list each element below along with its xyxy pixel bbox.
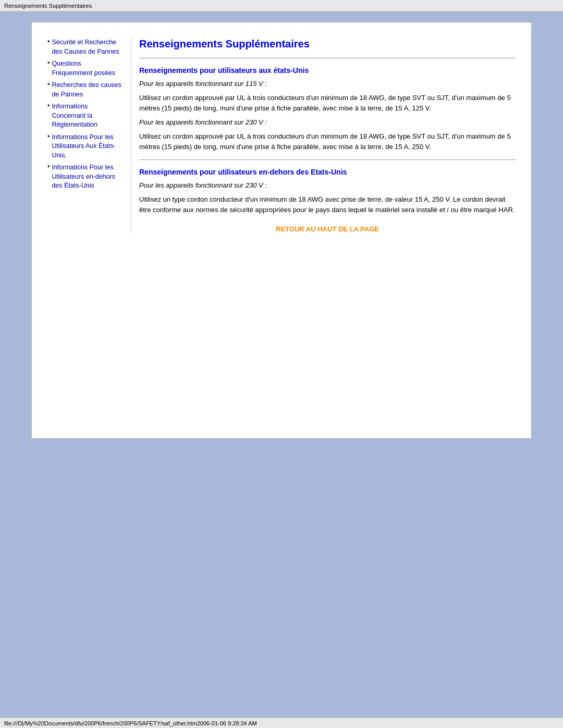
- status-bar-text: file:///D|/My%20Documents/dfu/200P6/fren…: [4, 720, 257, 726]
- section1-heading: Renseignements pour utilisateurs aux éta…: [139, 66, 516, 75]
- status-bar: file:///D|/My%20Documents/dfu/200P6/fren…: [0, 718, 563, 728]
- main-content: Renseignements Supplémentaires Renseigne…: [131, 38, 516, 233]
- sidebar-item-questions: • Questions Fréquemment posées: [47, 59, 123, 79]
- layout: • Sécurité et Recherche des Causes de Pa…: [47, 38, 516, 233]
- sidebar-link-reglementation[interactable]: Informations Concernant la Réglementatio…: [52, 102, 123, 130]
- section2-italic1: Pour les appareils fonctionnant sur 230 …: [139, 181, 516, 189]
- section1-para1: Utilisez un cordon approuvé par UL à tro…: [139, 93, 516, 113]
- sidebar-link-securite[interactable]: Sécurité et Recherche des Causes de Pann…: [52, 38, 123, 56]
- bullet-2: •: [47, 59, 50, 67]
- sidebar-link-recherches[interactable]: Recherches des causes de Pannes: [52, 81, 123, 99]
- page-container: • Sécurité et Recherche des Causes de Pa…: [31, 22, 532, 439]
- sidebar-item-informations-reglementation: • Informations Concernant la Réglementat…: [47, 102, 123, 131]
- section2-heading: Renseignements pour utilisateurs en-deho…: [139, 168, 516, 176]
- retour-link[interactable]: RETOUR AU HAUT DE LA PAGE: [139, 225, 516, 233]
- sidebar-item-informations-usa: • Informations Pour les Utilisateurs Aux…: [47, 133, 123, 162]
- title-bar: Renseignements Supplémentaires: [0, 0, 563, 11]
- sidebar-item-securite: • Sécurité et Recherche des Causes de Pa…: [47, 38, 123, 57]
- bullet-4: •: [47, 102, 50, 109]
- bullet-6: •: [47, 163, 50, 170]
- sidebar-link-questions[interactable]: Questions Fréquemment posées: [52, 59, 123, 78]
- page-title: Renseignements Supplémentaires: [139, 38, 516, 50]
- section1-para2: Utilisez un cordon approuvé par UL à tro…: [139, 131, 516, 152]
- sidebar-link-usa[interactable]: Informations Pour les Utilisateurs Aux É…: [52, 133, 123, 161]
- bullet-1: •: [47, 38, 50, 45]
- divider-2: [139, 159, 516, 160]
- title-bar-text: Renseignements Supplémentaires: [4, 3, 92, 9]
- bullet-5: •: [47, 133, 50, 140]
- divider-1: [139, 58, 516, 58]
- bullet-3: •: [47, 81, 50, 88]
- section1-italic2: Pour les appareils fonctionnant sur 230 …: [139, 118, 516, 126]
- section2-para1: Utilisez un type cordon conducteur d'un …: [139, 194, 516, 215]
- sidebar-link-hors-usa[interactable]: Informations Pour les Utilisateurs en-de…: [52, 163, 123, 191]
- sidebar-item-informations-hors-usa: • Informations Pour les Utilisateurs en-…: [47, 163, 123, 192]
- browser-content: • Sécurité et Recherche des Causes de Pa…: [0, 11, 563, 728]
- sidebar-item-recherches: • Recherches des causes de Pannes: [47, 81, 123, 100]
- section1-italic1: Pour les appareils fonctionnant sur 115 …: [139, 80, 516, 88]
- sidebar: • Sécurité et Recherche des Causes de Pa…: [47, 38, 131, 233]
